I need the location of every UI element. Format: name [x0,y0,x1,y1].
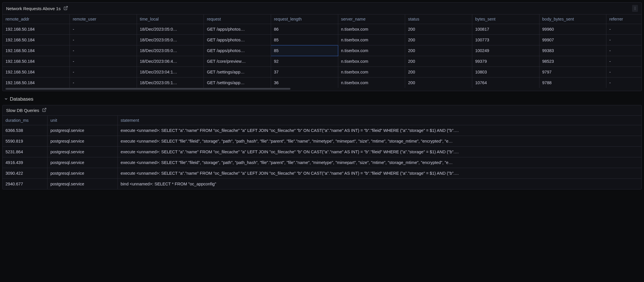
col-bytes-sent[interactable]: bytes_sent [472,14,539,24]
cell-remote_addr[interactable]: 192.168.50.184 [3,24,70,35]
cell-remote_addr[interactable]: 192.168.50.184 [3,67,70,78]
cell-time_local[interactable]: 18/Dec/2023:04:1… [137,67,204,78]
col-status[interactable]: status [405,14,472,24]
cell-status[interactable]: 200 [405,78,472,88]
cell-request[interactable]: GET /settings/app… [204,78,271,88]
table-row[interactable]: 3090.422postgresql.serviceexecute <unnam… [3,168,641,179]
cell-statement[interactable]: execute <unnamed>: SELECT "file"."fileid… [118,157,641,168]
cell-body_bytes_sent[interactable]: 99383 [539,45,606,56]
col-remote-user[interactable]: remote_user [70,14,137,24]
cell-bytes_sent[interactable]: 10764 [472,78,539,88]
cell-request_length[interactable]: 37 [271,67,338,78]
table-row[interactable]: 4916.439postgresql.serviceexecute <unnam… [3,157,641,168]
cell-duration_ms[interactable]: 5231.864 [3,147,47,157]
cell-time_local[interactable]: 18/Dec/2023:05:0… [137,35,204,45]
table-row[interactable]: 192.168.50.184-18/Dec/2023:05:0…GET /app… [3,45,641,56]
cell-status[interactable]: 200 [405,67,472,78]
col-referrer[interactable]: referrer [606,14,641,24]
cell-referrer[interactable]: - [606,35,641,45]
table-row[interactable]: 192.168.50.184-18/Dec/2023:05:0…GET /app… [3,35,641,45]
cell-duration_ms[interactable]: 2940.677 [3,179,47,189]
horizontal-scrollbar[interactable] [6,88,638,90]
cell-request[interactable]: GET /settings/app… [204,67,271,78]
table-row[interactable]: 6366.538postgresql.serviceexecute <unnam… [3,125,641,136]
cell-statement[interactable]: execute <unnamed>: SELECT "file"."fileid… [118,136,641,147]
cell-bytes_sent[interactable]: 10803 [472,67,539,78]
cell-bytes_sent[interactable]: 100249 [472,45,539,56]
cell-status[interactable]: 200 [405,35,472,45]
cell-remote_addr[interactable]: 192.168.50.184 [3,45,70,56]
cell-request_length[interactable]: 85 [271,35,338,45]
cell-request_length[interactable]: 86 [271,24,338,35]
cell-remote_user[interactable]: - [70,78,137,88]
table-row[interactable]: 5231.864postgresql.serviceexecute <unnam… [3,147,641,157]
cell-server_name[interactable]: n.tiserbox.com [338,45,405,56]
cell-unit[interactable]: postgresql.service [47,168,118,179]
table-row[interactable]: 192.168.50.184-18/Dec/2023:04:1…GET /set… [3,67,641,78]
cell-server_name[interactable]: n.tiserbox.com [338,56,405,67]
cell-time_local[interactable]: 18/Dec/2023:06:4… [137,56,204,67]
cell-remote_user[interactable]: - [70,35,137,45]
cell-unit[interactable]: postgresql.service [47,147,118,157]
cell-remote_user[interactable]: - [70,45,137,56]
cell-unit[interactable]: postgresql.service [47,136,118,147]
cell-unit[interactable]: postgresql.service [47,157,118,168]
cell-referrer[interactable]: - [606,56,641,67]
cell-request_length[interactable]: 85 [271,45,338,56]
cell-statement[interactable]: bind <unnamed>: SELECT * FROM "oc_appcon… [118,179,641,189]
cell-time_local[interactable]: 18/Dec/2023:05:1… [137,78,204,88]
col-duration-ms[interactable]: duration_ms [3,116,47,125]
external-link-icon[interactable] [42,108,47,113]
table-row[interactable]: 192.168.50.184-18/Dec/2023:05:0…GET /app… [3,24,641,35]
cell-server_name[interactable]: n.tiserbox.com [338,24,405,35]
col-statement[interactable]: statement [118,116,641,125]
cell-referrer[interactable]: - [606,24,641,35]
cell-server_name[interactable]: n.tiserbox.com [338,78,405,88]
cell-referrer[interactable]: - [606,45,641,56]
cell-status[interactable]: 200 [405,56,472,67]
cell-request_length[interactable]: 92 [271,56,338,67]
cell-duration_ms[interactable]: 4916.439 [3,157,47,168]
cell-server_name[interactable]: n.tiserbox.com [338,67,405,78]
cell-time_local[interactable]: 18/Dec/2023:05:0… [137,24,204,35]
col-request-length[interactable]: request_length [271,14,338,24]
cell-statement[interactable]: execute <unnamed>: SELECT "a"."name" FRO… [118,168,641,179]
cell-remote_addr[interactable]: 192.168.50.184 [3,56,70,67]
col-body-bytes-sent[interactable]: body_bytes_sent [539,14,606,24]
table-row[interactable]: 5590.819postgresql.serviceexecute <unnam… [3,136,641,147]
cell-unit[interactable]: postgresql.service [47,125,118,136]
cell-duration_ms[interactable]: 6366.538 [3,125,47,136]
databases-section-toggle[interactable]: Databases [2,93,642,105]
cell-status[interactable]: 200 [405,24,472,35]
col-time-local[interactable]: time_local [137,14,204,24]
col-server-name[interactable]: server_name [338,14,405,24]
col-remote-addr[interactable]: remote_addr [3,14,70,24]
table-row[interactable]: 192.168.50.184-18/Dec/2023:05:1…GET /set… [3,78,641,88]
cell-body_bytes_sent[interactable]: 9797 [539,67,606,78]
col-unit[interactable]: unit [47,116,118,125]
cell-referrer[interactable]: - [606,67,641,78]
cell-remote_user[interactable]: - [70,24,137,35]
cell-body_bytes_sent[interactable]: 9788 [539,78,606,88]
table-row[interactable]: 2940.677postgresql.servicebind <unnamed>… [3,179,641,189]
cell-remote_user[interactable]: - [70,67,137,78]
external-link-icon[interactable] [63,6,68,11]
cell-remote_addr[interactable]: 192.168.50.184 [3,35,70,45]
cell-request[interactable]: GET /core/preview… [204,56,271,67]
cell-unit[interactable]: postgresql.service [47,179,118,189]
scrollbar-thumb[interactable] [6,88,290,90]
cell-request[interactable]: GET /apps/photos… [204,45,271,56]
cell-server_name[interactable]: n.tiserbox.com [338,35,405,45]
cell-time_local[interactable]: 18/Dec/2023:05:0… [137,45,204,56]
cell-status[interactable]: 200 [405,45,472,56]
cell-referrer[interactable]: - [606,78,641,88]
cell-request_length[interactable]: 36 [271,78,338,88]
cell-bytes_sent[interactable]: 99379 [472,56,539,67]
cell-bytes_sent[interactable]: 100817 [472,24,539,35]
cell-duration_ms[interactable]: 3090.422 [3,168,47,179]
col-request[interactable]: request [204,14,271,24]
cell-body_bytes_sent[interactable]: 98523 [539,56,606,67]
cell-body_bytes_sent[interactable]: 99907 [539,35,606,45]
table-row[interactable]: 192.168.50.184-18/Dec/2023:06:4…GET /cor… [3,56,641,67]
cell-bytes_sent[interactable]: 100773 [472,35,539,45]
